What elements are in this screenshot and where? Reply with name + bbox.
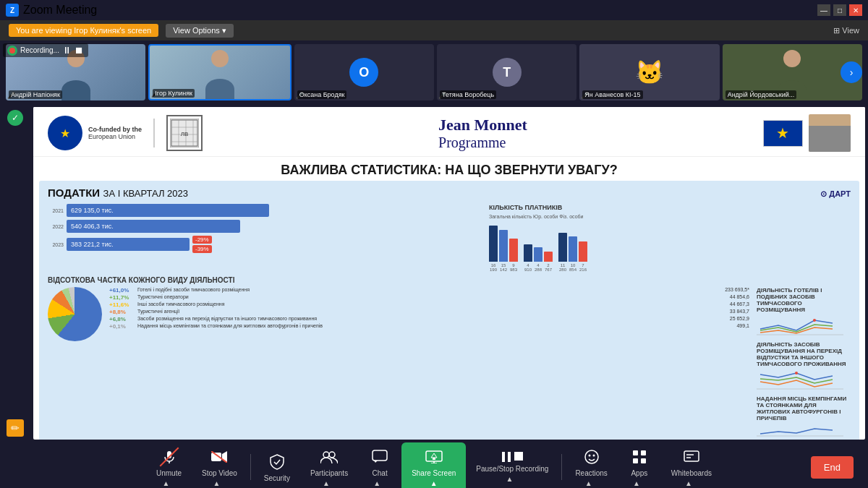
legend-label-1: Готелі і подібні засоби тимчасового розм… [137, 287, 710, 292]
recording-status-icon [7, 46, 17, 56]
apps-arrow-icon: ▲ [633, 479, 640, 487]
svg-rect-28 [508, 452, 511, 462]
right-chart-title-1: ДІЯЛЬНІСТЬ ГОТЕЛІВ І ПОДІБНИХ ЗАСОБІВ ТИ… [757, 287, 851, 313]
legend-label-6: Надання місць кемпінгами та стоянками дл… [137, 323, 710, 328]
chat-button[interactable]: Chat ▲ [358, 442, 401, 488]
mini-bar-4 [524, 244, 532, 262]
reactions-button[interactable]: Reactions ▲ [565, 442, 617, 488]
security-button[interactable]: Security [254, 448, 300, 487]
participant-name-1: Андрій Напіоняк [9, 90, 62, 99]
stop-recording-button[interactable]: ⏹ [75, 45, 84, 56]
share-screen-icon [424, 447, 444, 467]
participants-button[interactable]: Participants ▲ [300, 442, 358, 488]
content-body: ПОДАТКИ ЗА І КВАРТАЛ 2023 ⊙ ДАРТ 2021 62… [39, 181, 859, 440]
kilkist-sub: Загальна кількість Юр. особи Фіз. особи [489, 214, 851, 219]
bar-value-2021: 629 135,0 тис. [71, 207, 114, 214]
pie-section: +61,0% Готелі і подібні засоби тимчасово… [48, 287, 851, 440]
annotation-tool-button[interactable]: ✏ [7, 419, 24, 437]
participants-next-button[interactable]: › [841, 61, 862, 83]
participant-avatar-4: T [493, 58, 522, 87]
stop-video-label: Stop Video [202, 469, 237, 477]
pause-stop-label: Pause/Stop Recording [476, 465, 548, 473]
legend-val-4: 33 843,7 [712, 309, 749, 314]
minimize-button[interactable]: — [817, 4, 830, 16]
svg-rect-14 [167, 451, 171, 458]
person-image [809, 114, 851, 152]
participants-icon [319, 447, 339, 467]
svg-rect-35 [633, 458, 638, 463]
stat-row-2022: 2022 540 406,3 тис. [48, 220, 482, 233]
presentation-area: ★ Co-funded by the European Union [33, 107, 865, 440]
mini-bar-5 [534, 247, 542, 262]
svg-point-20 [329, 452, 335, 458]
end-button[interactable]: End [811, 456, 854, 479]
podatky-title: ПОДАТКИ [48, 187, 100, 199]
stop-video-button[interactable]: Stop Video ▲ [192, 442, 247, 488]
bar-label-5: 4 288 [534, 263, 542, 272]
pause-stop-arrow-icon: ▲ [506, 475, 513, 483]
legend-item-1: +61,0% Готелі і подібні засоби тимчасово… [109, 287, 749, 294]
polytechnic-logo: ЛВ [166, 115, 203, 151]
bar-label-6: 2 767 [544, 263, 553, 272]
legend-val-5: 25 652,9 [712, 316, 749, 321]
participant-name-3: Оксана Бродяк [297, 90, 347, 99]
view-options-button[interactable]: View Options ▾ [166, 24, 234, 38]
mini-bar-7 [558, 233, 567, 262]
vidsotkova-section: ВІДСОТКОВА ЧАСТКА КОЖНОГО ВИДУ ДІЯЛЬНОСТ… [48, 276, 851, 440]
apps-label: Apps [631, 469, 647, 477]
stat-row-2023: 2023 383 221,2 тис. -29% -39% [48, 236, 482, 253]
legend-pct-2: +11,7% [109, 294, 135, 301]
badge-neg39: -39% [192, 245, 212, 253]
svg-point-30 [585, 450, 598, 463]
left-sidebar: ✓ ✏ [0, 104, 30, 442]
line-chart-3 [757, 423, 843, 437]
legend-pct-4: +8,8% [109, 309, 135, 315]
eu-flag: ★ [763, 120, 803, 147]
recording-label: Recording... [20, 46, 59, 54]
svg-point-19 [323, 452, 329, 458]
reactions-arrow-icon: ▲ [585, 479, 592, 487]
year-2022: 2022 [48, 224, 64, 229]
close-button[interactable]: ✕ [849, 4, 862, 16]
zoom-icon: Z [6, 4, 19, 17]
svg-rect-29 [514, 452, 523, 461]
bar-value-2022: 540 406,3 тис. [71, 223, 114, 230]
mini-bar-6 [544, 252, 553, 262]
notification-bar: You are viewing Ігор Кулиняк's screen Vi… [0, 20, 868, 40]
kilkist-section: КІЛЬКІСТЬ ПЛАТНИКІВ Загальна кількість Ю… [489, 204, 851, 272]
year-2023: 2023 [48, 242, 64, 247]
bar-2021: 629 135,0 тис. [67, 204, 269, 217]
left-stats: 2021 629 135,0 тис. 2022 540 406,3 тис. [48, 204, 482, 272]
unmute-label: Unmute [156, 469, 182, 477]
line-chart-2 [757, 369, 843, 390]
svg-point-31 [588, 455, 590, 457]
maximize-button[interactable]: □ [833, 4, 846, 16]
title-bar-left: Z Zoom Meeting [6, 4, 97, 17]
eu-cofunded-text: Co-funded by the [88, 126, 142, 133]
bar-label-2: 15 142 [499, 263, 508, 272]
pause-recording-button[interactable]: ⏸ [62, 45, 72, 56]
chat-icon [370, 447, 390, 467]
participants-label: Participants [310, 469, 348, 477]
year-2021: 2021 [48, 208, 64, 213]
share-screen-button[interactable]: Share Screen ▲ [401, 442, 466, 488]
mic-icon [159, 447, 179, 467]
bar-label-9: 7 216 [579, 263, 587, 272]
whiteboards-button[interactable]: Whiteboards ▲ [661, 442, 722, 488]
podatky-subtitle: ЗА І КВАРТАЛ 2023 [103, 188, 188, 199]
view-label: ⊞ View [833, 26, 859, 35]
green-status-icon: ✓ [7, 110, 23, 126]
unmute-button[interactable]: Unmute ▲ [146, 442, 192, 488]
svg-point-12 [795, 372, 798, 374]
legend-pct-1: +61,0% [109, 287, 135, 294]
pause-stop-recording-button[interactable]: Pause/Stop Recording ▲ [466, 447, 558, 487]
participant-card-active: 🎤 Ігор Кулиняк [148, 44, 291, 100]
legend-val-1: 233 693,5* [712, 287, 749, 292]
bar-label-1: 16 190 [489, 263, 498, 272]
video-arrow-icon: ▲ [213, 479, 220, 487]
chat-label: Chat [373, 469, 388, 477]
pencil-icon: ✏ [11, 422, 20, 434]
badge-neg29: -29% [192, 236, 212, 244]
reactions-label: Reactions [575, 469, 607, 477]
apps-button[interactable]: Apps ▲ [618, 442, 661, 488]
